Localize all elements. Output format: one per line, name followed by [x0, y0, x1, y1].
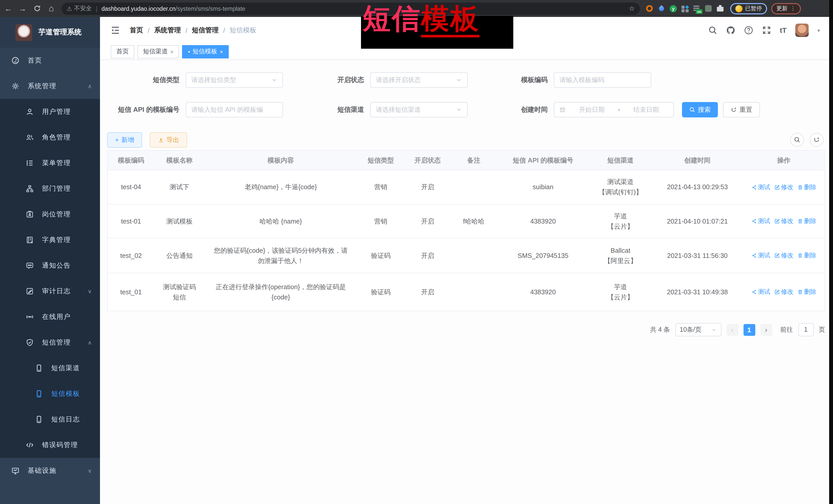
search-button[interactable]: 搜索: [682, 102, 718, 117]
sidebar-item-online-users[interactable]: 在线用户: [0, 304, 100, 330]
sms-type-select[interactable]: 请选择短信类型: [186, 72, 283, 88]
export-button[interactable]: 导出: [150, 132, 187, 148]
navbar-actions: tT ▾: [708, 24, 820, 37]
sidebar-item-audit-log[interactable]: 审计日志 ∨: [0, 279, 100, 304]
edit-link[interactable]: 修改: [774, 182, 793, 192]
fullscreen-icon[interactable]: [762, 26, 771, 35]
breadcrumb-home[interactable]: 首页: [130, 26, 143, 35]
close-icon[interactable]: ×: [170, 48, 173, 55]
tab-home[interactable]: 首页: [111, 45, 134, 58]
browser-back-icon[interactable]: ←: [2, 2, 14, 15]
delete-label: 删除: [804, 182, 816, 192]
sidebar-item-role-mgmt[interactable]: 角色管理: [0, 125, 100, 150]
date-range-picker[interactable]: 开始日期 - 结束日期: [554, 102, 674, 117]
profile-paused-badge[interactable]: 已暂停: [730, 3, 767, 14]
security-warning[interactable]: ⚠ 不安全: [67, 5, 92, 12]
edit-label: 修改: [781, 251, 793, 260]
test-link[interactable]: 测试: [751, 287, 770, 296]
cell-actions: 测试 修改 删除: [743, 170, 825, 204]
extension-blob-icon[interactable]: [705, 5, 712, 12]
phone-icon: [35, 364, 43, 372]
api-template-id-input[interactable]: [186, 102, 283, 117]
cell-created: 2021-04-13 00:29:53: [652, 170, 743, 204]
collapse-sidebar-icon[interactable]: [110, 25, 120, 35]
reset-button[interactable]: 重置: [723, 102, 760, 117]
address-bar[interactable]: ⚠ 不安全 | dashboard.yudao.iocoder.cn/syste…: [62, 2, 640, 15]
edit-label: 修改: [781, 182, 793, 192]
page-size-select[interactable]: 10条/页: [675, 323, 721, 336]
edit-link[interactable]: 修改: [774, 287, 793, 296]
sms-channel-select[interactable]: 请选择短信渠道: [370, 102, 468, 117]
browser-reload-icon[interactable]: [31, 2, 43, 15]
tab-sms-channel[interactable]: 短信渠道 ×: [137, 45, 179, 58]
sidebar-item-sms-channel[interactable]: 短信渠道: [0, 355, 100, 381]
extension-y-icon[interactable]: y: [670, 5, 677, 12]
sms-template-table: 模板编码 模板名称 模板内容 短信类型 开启状态 备注 短信 API 的模板编号…: [107, 150, 825, 311]
sidebar-item-menu-mgmt[interactable]: 菜单管理: [0, 150, 100, 176]
github-icon[interactable]: [726, 26, 735, 35]
sms-type-label: 短信类型: [102, 72, 180, 88]
sidebar-item-dept-mgmt[interactable]: 部门管理: [0, 176, 100, 201]
show-search-button[interactable]: [790, 133, 804, 147]
sidebar-item-sms-template[interactable]: 短信模板: [0, 381, 100, 407]
prev-page-button[interactable]: ‹: [727, 324, 738, 336]
cell-remark: [451, 170, 497, 204]
sidebar-item-system-mgmt[interactable]: 系统管理 ∧: [0, 73, 100, 99]
delete-link[interactable]: 删除: [798, 216, 816, 226]
user-icon: [26, 108, 34, 116]
test-link[interactable]: 测试: [751, 251, 770, 260]
template-code-field[interactable]: [560, 76, 646, 83]
help-icon[interactable]: [744, 26, 753, 35]
sidebar-item-sms-log[interactable]: 短信日志: [0, 407, 100, 432]
sidebar-item-user-mgmt[interactable]: 用户管理: [0, 99, 100, 125]
url-host: dashboard.yudao.iocoder.cn: [101, 5, 175, 11]
sidebar-item-home[interactable]: 首页: [0, 48, 100, 73]
sidebar-item-post-mgmt[interactable]: 岗位管理: [0, 201, 100, 227]
logo-avatar: [16, 24, 32, 41]
browser-menu-dots-icon[interactable]: ⋮: [790, 5, 796, 12]
extension-ring-icon[interactable]: [646, 5, 653, 12]
edit-link[interactable]: 修改: [774, 251, 793, 260]
breadcrumb-system[interactable]: 系统管理: [154, 26, 181, 35]
sidebar-item-notice[interactable]: 通知公告: [0, 253, 100, 279]
search-icon[interactable]: [708, 26, 717, 35]
sidebar-item-dict-mgmt[interactable]: 字典管理: [0, 227, 100, 253]
bookmark-star-icon[interactable]: ☆: [629, 5, 635, 12]
api-template-id-field[interactable]: [191, 106, 278, 113]
template-code-input[interactable]: [554, 72, 651, 88]
goto-page-input[interactable]: 1: [798, 323, 813, 336]
sidebar-item-error-code-mgmt[interactable]: 错误码管理: [0, 432, 100, 458]
sidebar-item-infrastructure[interactable]: 基础设施 ∨: [0, 458, 100, 483]
total-count: 共 4 条: [650, 325, 670, 334]
edit-link[interactable]: 修改: [774, 216, 793, 226]
add-button[interactable]: + 新增: [107, 132, 142, 148]
sidebar-item-sms-mgmt[interactable]: 短信管理 ∧: [0, 330, 100, 355]
breadcrumb-sms[interactable]: 短信管理: [192, 26, 219, 35]
cell-content: 正在进行登录操作{operation}，您的验证码是{code}: [205, 273, 357, 311]
tab-sms-template[interactable]: ● 短信模板 ×: [182, 45, 229, 58]
extension-pin-icon[interactable]: [658, 5, 665, 12]
delete-link[interactable]: 删除: [798, 251, 816, 260]
status-select[interactable]: 请选择开启状态: [370, 72, 468, 88]
user-avatar[interactable]: [795, 24, 809, 37]
delete-link[interactable]: 删除: [798, 182, 816, 192]
cell-remark: [451, 273, 497, 311]
test-label: 测试: [758, 216, 770, 226]
caret-down-icon[interactable]: ▾: [817, 27, 820, 33]
extensions-puzzle-icon[interactable]: [717, 5, 724, 12]
test-link[interactable]: 测试: [751, 182, 770, 192]
cell-type: 营销: [357, 170, 405, 204]
page-number-button[interactable]: 1: [743, 324, 755, 336]
next-page-button[interactable]: ›: [760, 324, 772, 336]
close-icon[interactable]: ×: [220, 48, 223, 55]
sidebar-logo[interactable]: 芋道管理系统: [0, 17, 100, 48]
browser-home-icon[interactable]: ⌂: [45, 2, 57, 15]
browser-forward-icon[interactable]: →: [17, 2, 29, 15]
test-link[interactable]: 测试: [751, 216, 770, 226]
extension-list-icon[interactable]: on: [693, 5, 700, 12]
font-size-icon[interactable]: tT: [780, 26, 787, 34]
extension-grid-icon[interactable]: [682, 5, 689, 12]
delete-link[interactable]: 删除: [798, 287, 816, 296]
refresh-table-button[interactable]: [810, 133, 824, 147]
browser-update-button[interactable]: 更新 ⋮: [771, 3, 801, 14]
